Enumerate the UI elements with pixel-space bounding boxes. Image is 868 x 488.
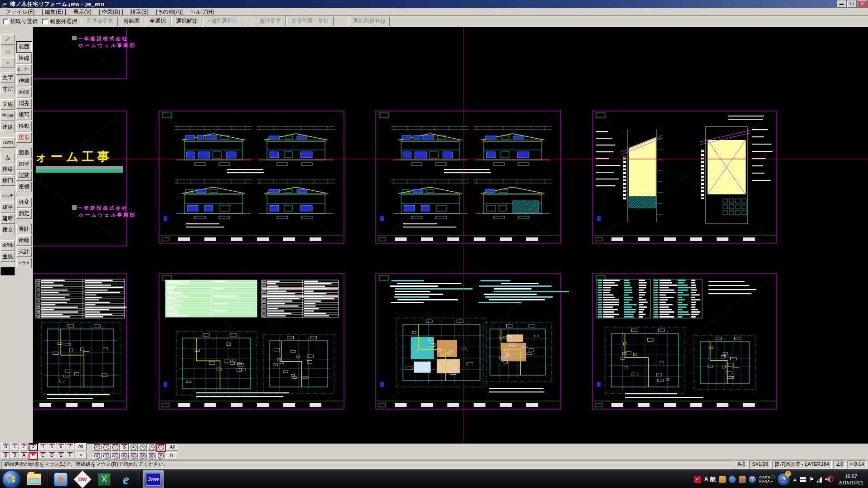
tool-座標[interactable]: 座標 — [16, 182, 32, 192]
layer-bank2-suffix-1[interactable]: B — [165, 452, 177, 459]
layer-bank1-F[interactable]: F — [66, 452, 74, 459]
minimize-button[interactable]: ▬ — [837, 0, 846, 8]
ime-toolbar-icon[interactable] — [719, 476, 726, 483]
ime-mode-indicator[interactable]: A 般 — [704, 475, 716, 483]
taskbar-excel[interactable]: X — [94, 470, 115, 488]
layer-bank1-9[interactable]: 9 — [10, 452, 19, 459]
tool-距離[interactable]: 距離 — [16, 235, 32, 246]
taskbar-media-player[interactable] — [50, 470, 71, 488]
menu-item-5[interactable]: [その他(A)] — [152, 8, 186, 16]
menu-item-3[interactable]: [ 作図(D) ] — [95, 8, 127, 16]
layer-bank1-8[interactable]: 8 — [1, 452, 10, 459]
layer-bank2-0[interactable]: 0 — [93, 444, 102, 451]
layer-bank1-3[interactable]: 3 — [29, 443, 38, 451]
maximize-button[interactable]: ❐ — [847, 0, 857, 8]
layer-bank2-6[interactable]: 6 — [147, 444, 156, 451]
tool-移動[interactable]: 移動 — [16, 121, 32, 131]
layer-bank2-2[interactable]: 2 — [111, 444, 120, 451]
layer-bank2-F[interactable]: F — [156, 452, 165, 459]
layer-bank1-suffix-1[interactable]: × — [75, 452, 87, 459]
layer-bank1-C[interactable]: C — [39, 452, 47, 459]
get-windows10-icon[interactable] — [800, 477, 806, 482]
taskbar-internet-explorer[interactable]: e — [116, 470, 136, 488]
tool-ハッチ[interactable]: ハッチ — [0, 191, 15, 201]
tool-戻る[interactable]: 戻る — [16, 132, 32, 143]
tool-コーナー[interactable]: コーナー — [16, 64, 32, 75]
checkbox-0[interactable]: 切取り選択 — [3, 18, 38, 25]
hidden-icons-chevron[interactable]: ▲ — [793, 477, 797, 482]
search-icon[interactable] — [729, 476, 736, 483]
tool-建平[interactable]: 建平 — [0, 202, 15, 213]
notification-icon[interactable]: ? — [778, 474, 790, 485]
tool-表計[interactable]: 表計 — [16, 224, 32, 234]
tool-AUTO[interactable]: AUTO — [0, 137, 15, 148]
layer-bank2-7[interactable]: 7 — [156, 444, 166, 452]
layer-bank2-A[interactable]: A — [111, 452, 120, 459]
tool-記変[interactable]: 記変 — [16, 170, 32, 181]
menu-item-1[interactable]: [ 編集(E) ] — [38, 8, 69, 16]
line-style-swatch[interactable] — [0, 267, 15, 275]
toolbar-button-2[interactable]: 全選択 — [145, 17, 170, 26]
tool-点[interactable]: 点 — [0, 153, 15, 163]
layer-bank1-7[interactable]: 7 — [66, 443, 74, 450]
clock[interactable]: 16:072015/10/21 — [839, 473, 865, 486]
layer-bank1-4[interactable]: 4 — [39, 443, 47, 450]
tool-中心線[interactable]: 中心線 — [0, 111, 15, 121]
tool-接線[interactable]: 接線 — [0, 164, 15, 174]
layer-bank1-5[interactable]: 5 — [48, 443, 56, 450]
ime-help-icon[interactable]: ? — [749, 476, 756, 483]
network-icon[interactable] — [817, 476, 822, 483]
layer-bank1-0[interactable]: 0 — [1, 443, 10, 450]
layer-bank1-suffix-0[interactable]: All — [75, 443, 87, 450]
menu-item-0[interactable]: ファイル(F) — [2, 8, 38, 16]
tool-図登[interactable]: 図登 — [16, 159, 32, 169]
layer-bank2-D[interactable]: D — [138, 452, 147, 459]
tool-消去[interactable]: 消去 — [16, 98, 32, 109]
toolbar-button-3[interactable]: 選択解除 — [171, 17, 202, 26]
toolbox-icon[interactable] — [739, 476, 746, 483]
layer-bank2-1[interactable]: 1 — [102, 444, 111, 451]
tool-文字[interactable]: 文字 — [0, 72, 15, 83]
tool-伸縮[interactable]: 伸縮 — [16, 76, 32, 86]
layer-bank1-D[interactable]: D — [48, 452, 56, 459]
tool-外変[interactable]: 外変 — [16, 197, 32, 208]
checkbox-1[interactable]: 範囲外選択 — [42, 18, 77, 25]
drawing-canvas[interactable]: 一幸建設株式会社 ホームウェル事業部 ォーム工事 一幸建設株式会社 ホームウェル… — [33, 27, 868, 444]
volume-muted-icon[interactable] — [825, 476, 834, 483]
tool-建立[interactable]: 建立 — [0, 225, 15, 235]
antivirus-icon[interactable]: ✓ — [694, 476, 701, 483]
layer-bank1-A[interactable]: A — [19, 452, 28, 459]
tool-面取[interactable]: 面取 — [16, 87, 32, 97]
action-center-flag-icon[interactable]: ⚑ — [809, 476, 814, 483]
layer-bank2-9[interactable]: 9 — [102, 452, 111, 459]
layer-bank2-3[interactable]: 3 — [120, 444, 129, 451]
layer-bank2-4[interactable]: 4 — [129, 444, 138, 451]
menu-item-2[interactable]: 表示(V) — [70, 8, 95, 16]
tool-曲線[interactable]: 曲線 — [0, 251, 15, 262]
layer-bank1-B[interactable]: B — [29, 452, 38, 460]
toolbar-button-1[interactable]: 前範囲 — [119, 17, 144, 26]
taskbar-docuworks[interactable]: DW — [72, 470, 93, 488]
layer-bank1-2[interactable]: 2 — [19, 443, 28, 450]
tool-測定[interactable]: 測定 — [16, 208, 32, 219]
layer-bank2-B[interactable]: B — [120, 452, 129, 459]
start-button[interactable] — [3, 471, 20, 488]
tool-図形[interactable]: 図形 — [16, 148, 32, 158]
tool-２線[interactable]: ２線 — [0, 99, 15, 110]
menu-item-4[interactable]: 設定(S) — [127, 8, 152, 16]
tool-範囲[interactable]: 範囲 — [16, 42, 32, 52]
layer-bank2-suffix-0[interactable]: All — [166, 444, 178, 451]
layer-bank2-5[interactable]: 5 — [138, 444, 147, 451]
tool-□[interactable]: □ — [0, 46, 15, 56]
tool-式計[interactable]: 式計 — [16, 246, 32, 257]
tool-接円[interactable]: 接円 — [0, 175, 15, 186]
caps-kana-indicator[interactable]: CAPS ❐KANA ▾ — [759, 475, 775, 483]
tool-パラメ[interactable]: パラメ — [16, 258, 32, 268]
layer-bank1-E[interactable]: E — [57, 452, 65, 459]
tool-○[interactable]: ○ — [0, 57, 15, 68]
layer-bank2-E[interactable]: E — [147, 452, 156, 459]
menu-item-6[interactable]: ヘルプ(H) — [186, 8, 218, 16]
tool-／[interactable]: ／ — [0, 34, 15, 45]
taskbar-jww[interactable]: Jww — [142, 470, 164, 488]
tool-複線[interactable]: 複線 — [16, 53, 32, 63]
